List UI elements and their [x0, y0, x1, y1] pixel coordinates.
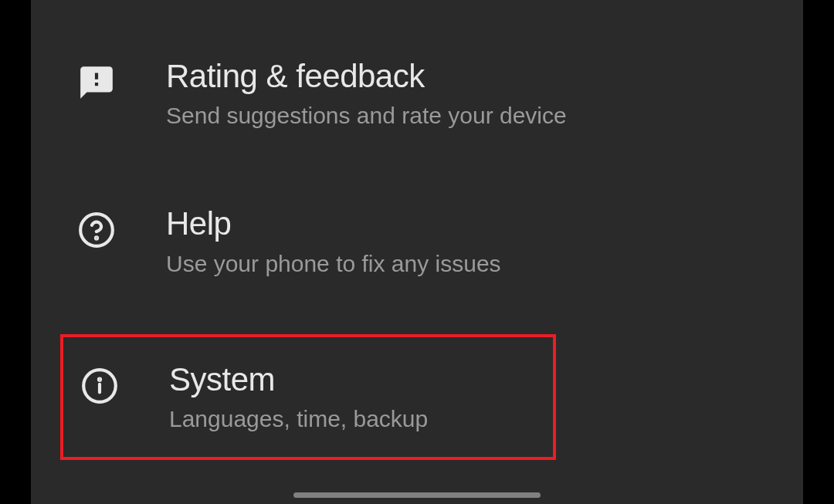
- item-text-content: System Languages, time, backup: [169, 360, 428, 434]
- item-title: Rating & feedback: [166, 57, 567, 96]
- settings-list: Rating & feedback Send suggestions and r…: [31, 0, 803, 460]
- settings-item-system[interactable]: System Languages, time, backup: [60, 334, 556, 460]
- item-title: Help: [166, 205, 501, 243]
- item-text-content: Help Use your phone to fix any issues: [166, 205, 501, 278]
- item-subtitle: Languages, time, backup: [169, 404, 428, 434]
- item-text-content: Rating & feedback Send suggestions and r…: [166, 57, 567, 130]
- feedback-icon: [77, 63, 116, 102]
- settings-screen: Rating & feedback Send suggestions and r…: [31, 0, 803, 504]
- settings-item-help[interactable]: Help Use your phone to fix any issues: [31, 186, 803, 296]
- help-icon: [77, 211, 116, 249]
- item-subtitle: Use your phone to fix any issues: [166, 249, 501, 279]
- svg-point-1: [96, 238, 97, 239]
- settings-item-rating-feedback[interactable]: Rating & feedback Send suggestions and r…: [31, 39, 803, 149]
- info-icon: [80, 367, 119, 405]
- item-title: System: [169, 360, 428, 399]
- scroll-indicator[interactable]: [293, 492, 541, 498]
- svg-point-4: [99, 378, 100, 380]
- item-subtitle: Send suggestions and rate your device: [166, 100, 567, 130]
